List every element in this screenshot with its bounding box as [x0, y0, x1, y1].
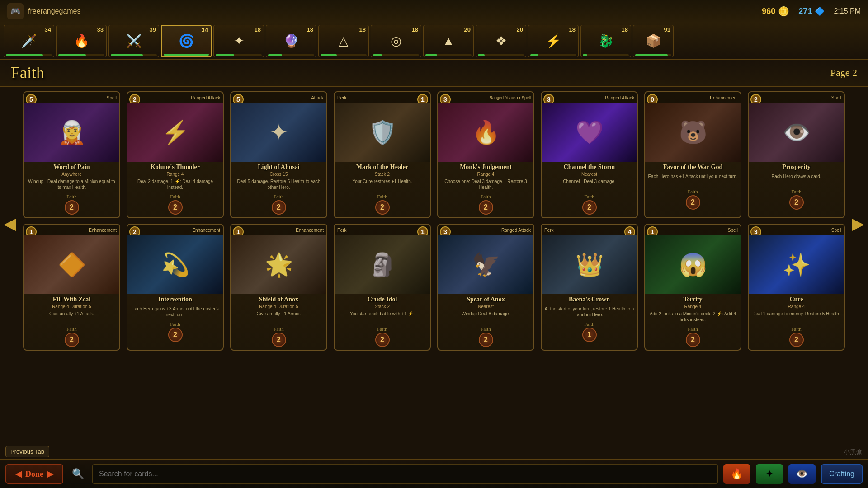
- skill-slot-2[interactable]: 39 ⚔️: [108, 25, 159, 57]
- crafting-button[interactable]: Crafting: [821, 464, 863, 484]
- card-name: Crude Idol: [335, 294, 430, 304]
- card-cure[interactable]: 3 Spell ✨ Cure Range 4 Deal 1 damage to …: [748, 224, 845, 351]
- gold-display: 960 🪙: [762, 6, 789, 17]
- card-image: 👑: [542, 235, 637, 294]
- card-subtext: Anywhere: [24, 172, 119, 177]
- prev-tab-tooltip: Previous Tab: [5, 446, 49, 457]
- skill-slot-1[interactable]: 33 🔥: [56, 25, 107, 57]
- card-terrify[interactable]: 1 Spell 😱 Terrify Range 4 Add 2 Ticks to…: [644, 224, 741, 351]
- card-desc: Each Hero has +1 Attack until your next …: [645, 172, 741, 188]
- card-type: Enhancement: [192, 228, 220, 233]
- top-bar-right: 960 🪙 271 🔷 2:15 PM: [762, 6, 861, 17]
- search-icon: 🔍: [69, 465, 87, 483]
- card-type: Spell: [728, 228, 738, 233]
- filter-orange-button[interactable]: 🔥: [723, 464, 750, 484]
- skill-slot-8[interactable]: 20 ▲: [423, 25, 474, 57]
- skill-slot-10[interactable]: 18 ⚡: [528, 25, 579, 57]
- app-info: 🎮 freerangegames: [7, 3, 81, 19]
- skill-slot-9[interactable]: 20 ❖: [476, 25, 526, 57]
- card-footer: Faith 2: [645, 325, 741, 350]
- skill-slot-5[interactable]: 18 🔮: [266, 25, 316, 57]
- card-image: 🛡️: [335, 103, 430, 162]
- card-word-of-pain[interactable]: 5 Spell 🧝 Word of Pain Anywhere Windup -…: [23, 91, 120, 218]
- card-footer: Faith 1: [542, 320, 637, 345]
- page-number: Page 2: [830, 67, 857, 79]
- card-grid: ◀ ▶ 5 Spell 🧝 Word of Pain Anywhere Wind…: [0, 87, 868, 361]
- nav-arrow-left[interactable]: ◀: [4, 214, 16, 233]
- card-type: Ranged Attack: [605, 95, 634, 100]
- card-crude-idol[interactable]: 1 Perk 🗿 Crude Idol Stack 2 You start ea…: [334, 224, 431, 351]
- card-footer: Faith 2: [231, 193, 326, 217]
- card-image: 🌟: [231, 235, 326, 294]
- card-kolunes-thunder[interactable]: 2 Ranged Attack ⚡ Kolune's Thunder Range…: [127, 91, 224, 218]
- card-footer: Faith 2: [127, 193, 223, 217]
- gem-display: 271 🔷: [798, 6, 825, 16]
- card-subtext: Range 4: [127, 172, 223, 177]
- card-image: 😱: [645, 235, 741, 294]
- filter-orange-icon: 🔥: [731, 468, 743, 480]
- card-footer: Faith 2: [24, 325, 119, 350]
- gold-icon: 🪙: [778, 6, 789, 17]
- top-bar: 🎮 freerangegames 960 🪙 271 🔷 2:15 PM: [0, 0, 868, 23]
- card-spear-of-anox[interactable]: 3 Ranged Attack 🦅 Spear of Anox Nearest …: [437, 224, 534, 351]
- card-footer: Faith 2: [127, 320, 223, 345]
- done-button[interactable]: ◀ Done ▶: [5, 464, 63, 484]
- card-subtext: Range 4 Duration 5: [231, 304, 326, 309]
- page-title: Faith: [11, 63, 44, 82]
- filter-blue-button[interactable]: 👁️: [788, 464, 816, 484]
- card-subtext: Range 4 Duration 5: [24, 304, 119, 309]
- card-subtext: Cross 15: [231, 172, 326, 177]
- card-desc: Windup Deal 8 damage.: [438, 309, 533, 325]
- card-type: Enhancement: [89, 228, 117, 233]
- card-monks-judgement[interactable]: 3 Ranged Attack or Spell 🔥 Monk's Judgem…: [437, 91, 534, 218]
- card-mark-of-the-healer[interactable]: 1 Perk 🛡️ Mark of the Healer Stack 2 You…: [334, 91, 431, 218]
- card-intervention[interactable]: 2 Enhancement 💫 Intervention Each Hero g…: [127, 224, 224, 351]
- card-image: 🧝: [24, 103, 119, 162]
- card-name: Monk's Judgement: [438, 162, 533, 172]
- card-name: Cure: [749, 294, 844, 304]
- card-shield-of-anox[interactable]: 1 Enhancement 🌟 Shield of Anox Range 4 D…: [230, 224, 327, 351]
- skill-slot-7[interactable]: 18 ◎: [371, 25, 421, 57]
- card-favor-of-the-war-god[interactable]: 0 Enhancement 🐻 Favor of the War God Eac…: [644, 91, 741, 218]
- skill-slot-12[interactable]: 91 📦: [633, 25, 674, 57]
- card-image: 🔶: [24, 235, 119, 294]
- card-desc: Windup - Deal damage to a Minion equal t…: [24, 177, 119, 193]
- card-image: 🦅: [438, 235, 533, 294]
- skill-slot-0[interactable]: 34 🗡️: [4, 25, 54, 57]
- card-name: Channel the Storm: [542, 162, 637, 172]
- card-footer: Faith 2: [645, 188, 741, 212]
- card-subtext: Range 4: [749, 304, 844, 309]
- card-desc: Choose one: Deal 3 damage. - Restore 3 H…: [438, 177, 533, 193]
- skill-slot-3[interactable]: 34 🌀: [161, 25, 212, 57]
- card-type: Enhancement: [710, 95, 738, 100]
- card-name: Favor of the War God: [645, 162, 741, 172]
- skill-slot-11[interactable]: 18 🐉: [580, 25, 631, 57]
- card-type: Attack: [311, 95, 324, 100]
- done-arrow-right: ▶: [47, 469, 53, 479]
- card-footer: Faith 2: [438, 193, 533, 217]
- app-icon: 🎮: [7, 3, 24, 19]
- card-light-of-ahnsai[interactable]: 5 Attack ✦ Light of Ahnsai Cross 15 Deal…: [230, 91, 327, 218]
- card-image: 💫: [127, 235, 223, 294]
- card-name: Kolune's Thunder: [127, 162, 223, 172]
- card-name: Intervention: [127, 294, 223, 304]
- card-image: 🐻: [645, 103, 741, 162]
- search-input[interactable]: [92, 464, 718, 484]
- card-name: Prosperity: [749, 162, 844, 172]
- filter-green-button[interactable]: ✦: [756, 464, 783, 484]
- card-fill-with-zeal[interactable]: 1 Enhancement 🔶 Fill With Zeal Range 4 D…: [23, 224, 120, 351]
- skill-slot-4[interactable]: 18 ✦: [213, 25, 264, 57]
- card-row-2: 1 Enhancement 🔶 Fill With Zeal Range 4 D…: [23, 224, 845, 351]
- gold-value: 960: [762, 7, 775, 16]
- card-desc: Deal 2 damage. 1 ⚡: Deal 4 damage instea…: [127, 177, 223, 193]
- card-footer: Faith 2: [542, 193, 637, 217]
- card-baenas-crown[interactable]: 4 Perk 👑 Baena's Crown At the start of y…: [541, 224, 638, 351]
- skill-slot-6[interactable]: 18 △: [318, 25, 369, 57]
- card-prosperity[interactable]: 2 Spell 👁️ Prosperity Each Hero draws a …: [748, 91, 845, 218]
- done-arrow-left: ◀: [15, 469, 22, 479]
- card-subtext: Stack 2: [335, 304, 430, 309]
- nav-arrow-right[interactable]: ▶: [852, 214, 864, 233]
- card-channel-the-storm[interactable]: 3 Ranged Attack 💜 Channel the Storm Near…: [541, 91, 638, 218]
- card-footer: Faith 2: [749, 188, 844, 212]
- card-desc: Each Hero gains +3 Armor until the caste…: [127, 304, 223, 320]
